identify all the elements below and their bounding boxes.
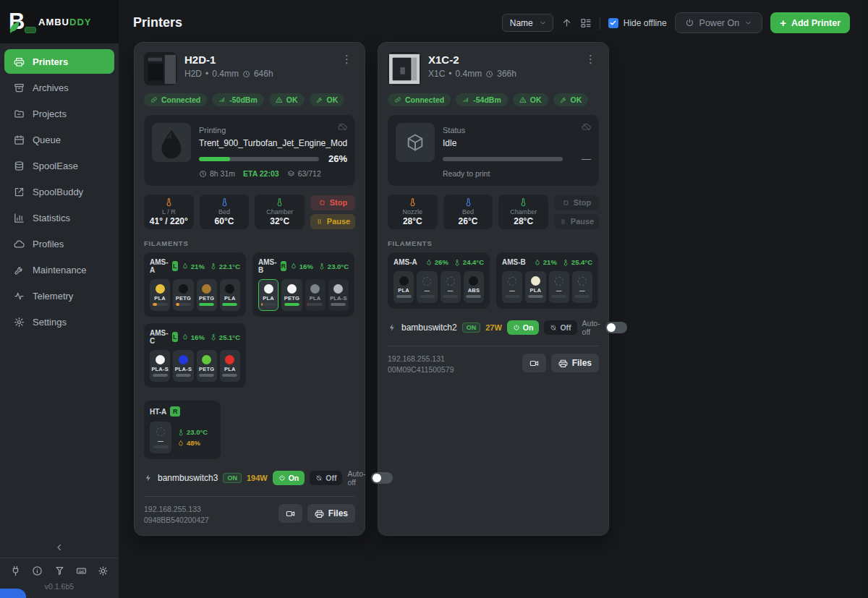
power-off-icon xyxy=(315,474,323,482)
filament-slot[interactable]: PLA xyxy=(305,279,326,311)
plug-off-button[interactable]: Off xyxy=(310,471,342,485)
cloud-off-icon xyxy=(582,122,591,132)
activity-icon xyxy=(14,291,25,302)
filament-slot[interactable]: PETG xyxy=(197,350,217,382)
sidebar-item-archives[interactable]: Archives xyxy=(4,75,114,100)
job-name: Idle xyxy=(443,138,591,148)
status-badge: Connected xyxy=(144,93,207,106)
filament-slot-empty[interactable]: — xyxy=(549,271,569,303)
ht-slot[interactable]: — xyxy=(150,422,171,453)
sidebar-item-maintenance[interactable]: Maintenance xyxy=(4,257,114,282)
filament-slot[interactable]: PLA-S xyxy=(150,350,170,382)
filament-slot[interactable]: ABS xyxy=(464,271,484,303)
bolt-icon xyxy=(144,474,153,482)
files-button[interactable]: Files xyxy=(551,354,599,372)
thermo-icon xyxy=(210,262,217,270)
signal-icon xyxy=(462,96,469,103)
filament-slot[interactable]: PLA xyxy=(150,279,170,311)
sort-direction-button[interactable] xyxy=(561,17,572,28)
add-printer-button[interactable]: + Add Printer xyxy=(770,12,850,33)
power-on-button[interactable]: Power On xyxy=(675,12,763,33)
filament-color-dot xyxy=(202,355,211,364)
cloud-off-icon xyxy=(338,122,347,132)
filament-slot[interactable]: PETG xyxy=(173,279,193,311)
bolt-icon xyxy=(388,323,396,332)
printer-card: H2D-1H2D • 0.4mm 646h⋮Connected-50dBmOKO… xyxy=(134,42,365,536)
info-icon[interactable] xyxy=(32,565,43,576)
filament-slot[interactable]: PLA xyxy=(525,271,545,303)
status-meta: ETA 22:03 xyxy=(243,169,279,178)
power-off-icon xyxy=(550,324,557,331)
camera-button[interactable] xyxy=(278,504,302,523)
files-button[interactable]: Files xyxy=(307,504,355,523)
status-meta: Ready to print xyxy=(443,169,490,178)
card-menu-button[interactable]: ⋮ xyxy=(339,52,355,85)
auto-off-toggle[interactable] xyxy=(371,472,393,484)
sidebar-item-telemetry[interactable]: Telemetry xyxy=(4,283,114,308)
filament-material: PLA xyxy=(310,295,321,302)
layout-toggle-button[interactable] xyxy=(580,17,592,29)
printer-ip: 192.168.255.133 xyxy=(144,504,209,515)
filament-color-dot xyxy=(287,284,297,294)
temp-cell: Nozzle28°C xyxy=(388,195,438,229)
keyboard-icon[interactable] xyxy=(76,565,87,576)
filament-slot[interactable]: PETG xyxy=(197,279,217,311)
temp-cell: Chamber32°C xyxy=(255,195,305,229)
pause-button[interactable]: Pause xyxy=(310,214,355,229)
sidebar-item-projects[interactable]: Projects xyxy=(4,101,114,126)
hide-offline-checkbox[interactable]: Hide offline xyxy=(608,18,667,28)
bar-chart-icon xyxy=(14,213,25,223)
plug-icon[interactable] xyxy=(10,565,21,576)
pause-button[interactable]: Pause xyxy=(554,214,599,229)
filament-material: PLA-S xyxy=(151,366,169,372)
printer-subtitle: H2D • 0.4mm 646h xyxy=(184,69,273,79)
sidebar-item-profiles[interactable]: Profiles xyxy=(4,231,114,256)
sidebar-item-printers[interactable]: Printers xyxy=(4,49,114,74)
status-panel: StatusIdle—Ready to print xyxy=(388,115,599,186)
smart-plug-row: banmbuswitch3ON194WOnOffAuto-off xyxy=(144,469,355,487)
filament-slot[interactable]: PLA xyxy=(258,279,278,311)
empty-spool-icon xyxy=(508,277,516,286)
printer-icon xyxy=(558,359,568,368)
filament-slot[interactable]: PLA xyxy=(393,271,414,303)
card-menu-button[interactable]: ⋮ xyxy=(582,52,599,85)
filament-slot-empty[interactable]: — xyxy=(441,271,461,303)
filament-slot-empty[interactable]: — xyxy=(417,271,437,303)
sun-icon[interactable] xyxy=(98,565,109,576)
camera-button[interactable] xyxy=(522,354,546,372)
drop-icon xyxy=(182,262,189,270)
filament-slot[interactable]: PLA-S xyxy=(173,350,193,382)
filament-slot[interactable]: PLA xyxy=(220,350,240,382)
filament-color-dot xyxy=(399,276,409,286)
filament-slot[interactable]: PETG xyxy=(281,279,302,311)
plug-off-button[interactable]: Off xyxy=(544,320,576,335)
thermo-icon xyxy=(177,429,184,436)
sidebar-item-statistics[interactable]: Statistics xyxy=(4,205,114,230)
auto-off-toggle[interactable] xyxy=(605,322,627,333)
sort-select[interactable]: Name xyxy=(502,14,553,32)
layers-icon xyxy=(287,170,295,178)
plug-on-button[interactable]: On xyxy=(273,471,305,485)
drop-icon xyxy=(425,259,433,266)
scrollbar[interactable] xyxy=(863,0,868,598)
status-label: Printing xyxy=(199,126,226,134)
filament-slot-empty[interactable]: — xyxy=(572,271,592,303)
filament-color-dot xyxy=(179,284,188,294)
sidebar-item-spoolease[interactable]: SpoolEase xyxy=(4,153,114,178)
sidebar-item-settings[interactable]: Settings xyxy=(4,309,114,334)
plug-on-button[interactable]: On xyxy=(507,320,540,335)
printer-cards: H2D-1H2D • 0.4mm 646h⋮Connected-50dBmOKO… xyxy=(119,39,863,536)
stop-button[interactable]: Stop xyxy=(554,195,599,210)
plug-watts: 194W xyxy=(247,474,268,482)
git-icon[interactable] xyxy=(54,565,65,576)
sidebar-item-spoolbuddy[interactable]: SpoolBuddy xyxy=(4,179,114,204)
thermo-icon xyxy=(275,197,284,207)
stop-button[interactable]: Stop xyxy=(310,195,355,210)
plug-state-badge: ON xyxy=(462,323,481,333)
filament-slot-empty[interactable]: — xyxy=(502,271,522,303)
filament-material: PLA xyxy=(398,287,409,294)
sidebar-collapse-button[interactable] xyxy=(0,537,119,558)
sidebar-item-queue[interactable]: Queue xyxy=(4,127,114,152)
filament-slot[interactable]: PLA-S xyxy=(328,279,349,311)
filament-slot[interactable]: PLA xyxy=(220,279,240,311)
